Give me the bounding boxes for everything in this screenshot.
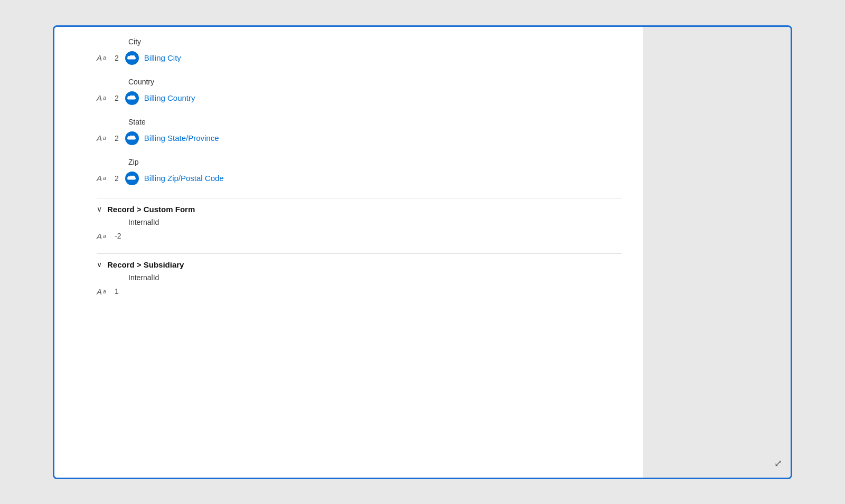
- sidebar-panel: [643, 27, 791, 478]
- field-group-subsidiary-internalid: InternalId Aa 1: [97, 273, 622, 305]
- type-icon-zip: Aa: [97, 174, 109, 183]
- field-label-custom-form-internalid: InternalId: [97, 218, 622, 226]
- field-group-country: Country Aa 2 Billing Country: [97, 78, 622, 113]
- field-group-custom-form-internalid: InternalId Aa -2: [97, 218, 622, 249]
- sf-field-name-country[interactable]: Billing Country: [144, 93, 195, 102]
- type-icon-city: Aa: [97, 53, 109, 62]
- expand-icon[interactable]: ⤢: [774, 458, 782, 469]
- chevron-icon-custom-form: ∨: [97, 205, 102, 213]
- section-title-custom-form: Record > Custom Form: [107, 205, 195, 214]
- sf-field-name-state[interactable]: Billing State/Province: [144, 134, 219, 142]
- mapping-number-custom-form: -2: [115, 232, 121, 240]
- salesforce-icon-country: [125, 91, 139, 105]
- internal-id-row-custom-form: Aa -2: [97, 230, 622, 249]
- field-label-state: State: [97, 118, 622, 126]
- field-label-subsidiary-internalid: InternalId: [97, 273, 622, 282]
- type-icon-custom-form: Aa: [97, 232, 109, 241]
- type-icon-state: Aa: [97, 134, 109, 142]
- mapping-number-state: 2: [115, 134, 119, 142]
- type-icon-country: Aa: [97, 93, 109, 102]
- field-row-zip: Aa 2 Billing Zip/Postal Code: [97, 169, 622, 194]
- type-icon-subsidiary: Aa: [97, 287, 109, 296]
- section-header-subsidiary[interactable]: ∨ Record > Subsidiary: [97, 253, 622, 273]
- mapping-number-country: 2: [115, 94, 119, 102]
- chevron-icon-subsidiary: ∨: [97, 260, 102, 269]
- field-label-country: Country: [97, 78, 622, 86]
- salesforce-icon-state: [125, 131, 139, 145]
- field-label-city: City: [97, 37, 622, 46]
- sf-field-name-zip[interactable]: Billing Zip/Postal Code: [144, 174, 224, 183]
- field-row-country: Aa 2 Billing Country: [97, 89, 622, 113]
- section-header-custom-form[interactable]: ∨ Record > Custom Form: [97, 198, 622, 218]
- main-frame: City Aa 2 Billing City Country Aa: [53, 25, 792, 479]
- field-group-state: State Aa 2 Billing State/Province: [97, 118, 622, 154]
- field-label-zip: Zip: [97, 158, 622, 166]
- field-group-zip: Zip Aa 2 Billing Zip/Postal Code: [97, 158, 622, 194]
- salesforce-icon-city: [125, 51, 139, 65]
- field-group-city: City Aa 2 Billing City: [97, 37, 622, 73]
- field-row-city: Aa 2 Billing City: [97, 49, 622, 73]
- mapping-number-city: 2: [115, 54, 119, 62]
- sf-field-name-city[interactable]: Billing City: [144, 53, 181, 62]
- content-area: City Aa 2 Billing City Country Aa: [54, 27, 643, 478]
- mapping-number-zip: 2: [115, 174, 119, 183]
- field-row-state: Aa 2 Billing State/Province: [97, 129, 622, 154]
- section-title-subsidiary: Record > Subsidiary: [107, 260, 184, 269]
- salesforce-icon-zip: [125, 172, 139, 185]
- internal-id-row-subsidiary: Aa 1: [97, 285, 622, 305]
- mapping-number-subsidiary: 1: [115, 287, 119, 296]
